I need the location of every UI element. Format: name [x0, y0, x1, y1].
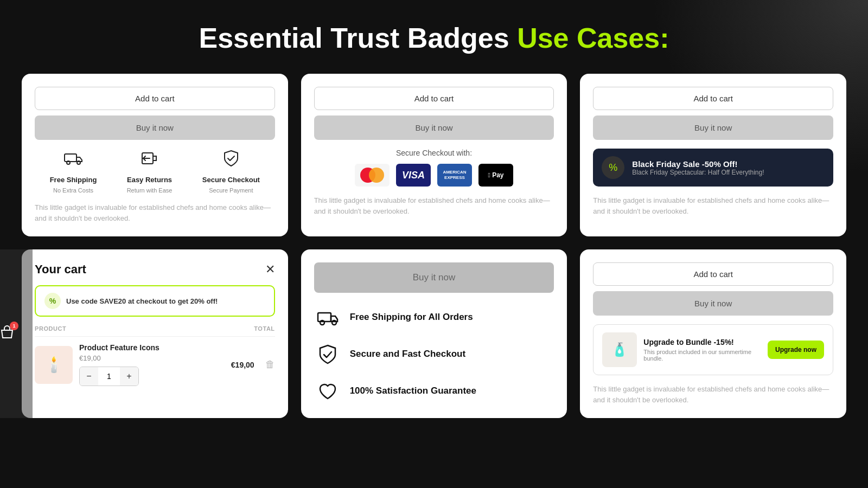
- cart-item-delete-button[interactable]: 🗑: [265, 359, 275, 370]
- card-trust-badges: Add to cart Buy it now Free Shipping No …: [22, 74, 288, 236]
- shield-icon: [317, 343, 339, 365]
- bundle-subtitle: This product included in our summertime …: [643, 349, 761, 362]
- bundle-banner: 🧴 Upgrade to Bundle -15%! This product i…: [593, 324, 833, 375]
- buy-it-now-button-3[interactable]: Buy it now: [593, 115, 833, 140]
- bundle-title: Upgrade to Bundle -15%!: [643, 338, 761, 346]
- promo-banner: % Use code SAVE20 at checkout to get 20%…: [35, 285, 275, 317]
- cart-item-total: €19,00: [231, 361, 254, 369]
- qty-value: 1: [98, 372, 120, 381]
- payment-icons-row: VISA AMERICANEXPRESS  Pay: [314, 164, 554, 187]
- cart-badge: 1: [10, 322, 18, 330]
- bundle-info: Upgrade to Bundle -15%! This product inc…: [643, 338, 761, 362]
- percent-icon: %: [602, 156, 624, 179]
- applepay-icon:  Pay: [478, 164, 513, 187]
- shipping-truck-icon: [317, 306, 339, 328]
- feature-satisfaction-label: 100% Satisfaction Guarantee: [350, 386, 476, 396]
- badge-easy-returns: Easy Returns Return with Ease: [127, 149, 173, 194]
- cards-grid: Add to cart Buy it now Free Shipping No …: [22, 74, 846, 418]
- svg-point-6: [320, 320, 324, 325]
- qty-decrease-button[interactable]: −: [80, 367, 98, 386]
- visa-icon: VISA: [396, 164, 431, 187]
- mastercard-icon: [355, 164, 390, 187]
- card3-description: This little gadget is invaluable for est…: [593, 195, 833, 216]
- col-product: PRODUCT: [35, 325, 66, 332]
- return-icon: [140, 149, 159, 172]
- add-to-cart-button-1[interactable]: Add to cart: [35, 87, 275, 110]
- cart-item-image: 🕯️: [35, 346, 73, 384]
- black-friday-title: Black Friday Sale -50% Off!: [632, 159, 764, 169]
- card6-description: This little gadget is invaluable for est…: [593, 384, 833, 405]
- card-black-friday: Add to cart Buy it now % Black Friday Sa…: [580, 74, 846, 236]
- cart-close-button[interactable]: ✕: [265, 262, 275, 277]
- shipping-icon-wrap: [314, 304, 341, 331]
- feature-row-shipping: Free Shipping for All Orders: [314, 304, 554, 331]
- svg-point-7: [332, 320, 336, 325]
- heart-icon: [317, 380, 339, 402]
- secure-icon-wrap: [314, 341, 341, 368]
- card-cart: 1 Your cart ✕ % Use code SAVE20 at check…: [22, 249, 288, 418]
- svg-point-2: [77, 161, 80, 164]
- black-friday-subtitle: Black Friday Spectacular: Half Off Every…: [632, 169, 764, 176]
- feature-list: Free Shipping for All Orders Secure and …: [314, 304, 554, 404]
- svg-rect-0: [65, 154, 76, 162]
- card-bundle: Add to cart Buy it now 🧴 Upgrade to Bund…: [580, 249, 846, 418]
- badge-free-shipping: Free Shipping No Extra Costs: [50, 149, 97, 194]
- buy-it-now-button-1[interactable]: Buy it now: [35, 115, 275, 140]
- upgrade-now-button[interactable]: Upgrade now: [768, 341, 824, 359]
- bundle-image: 🧴: [602, 332, 637, 367]
- heart-icon-wrap: [314, 377, 341, 404]
- col-total: TOTAL: [254, 325, 275, 332]
- buy-it-now-button-2[interactable]: Buy it now: [314, 115, 554, 140]
- feature-row-satisfaction: 100% Satisfaction Guarantee: [314, 377, 554, 404]
- truck-icon: [63, 149, 83, 172]
- svg-point-1: [67, 161, 70, 164]
- add-to-cart-button-6[interactable]: Add to cart: [593, 262, 833, 286]
- cart-item-name: Product Feature Icons: [79, 343, 225, 352]
- page-background: Essential Trust Badges Use Cases: Add to…: [0, 0, 868, 440]
- add-to-cart-button-2[interactable]: Add to cart: [314, 87, 554, 110]
- promo-text: Use code SAVE20 at checkout to get 20% o…: [66, 297, 218, 305]
- page-title: Essential Trust Badges Use Cases:: [22, 22, 846, 54]
- shield-check-icon: [221, 149, 241, 172]
- cart-title: Your cart: [35, 262, 86, 277]
- card2-description: This little gadget is invaluable for est…: [314, 195, 554, 216]
- cart-item-info: Product Feature Icons €19,00 − 1 +: [79, 343, 225, 386]
- badge-secure-checkout: Secure Checkout Secure Payment: [202, 149, 260, 194]
- feature-row-secure: Secure and Fast Checkout: [314, 341, 554, 368]
- add-to-cart-button-3[interactable]: Add to cart: [593, 87, 833, 110]
- feature-shipping-label: Free Shipping for All Orders: [350, 312, 473, 323]
- card-payment-icons: Add to cart Buy it now Secure Checkout w…: [301, 74, 567, 236]
- secure-checkout-label: Secure Checkout with:: [314, 149, 554, 157]
- card1-description: This little gadget is invaluable for est…: [35, 202, 275, 223]
- amex-icon: AMERICANEXPRESS: [437, 164, 472, 187]
- buy-it-now-button-5[interactable]: Buy it now: [314, 262, 554, 293]
- svg-rect-5: [318, 313, 331, 322]
- buy-it-now-button-6[interactable]: Buy it now: [593, 291, 833, 316]
- cart-table-header: PRODUCT TOTAL: [35, 325, 275, 337]
- feature-secure-label: Secure and Fast Checkout: [350, 349, 466, 359]
- qty-control: − 1 +: [79, 367, 139, 386]
- black-friday-banner: % Black Friday Sale -50% Off! Black Frid…: [593, 149, 833, 187]
- cart-item: 🕯️ Product Feature Icons €19,00 − 1 + €1…: [35, 343, 275, 386]
- cart-item-price-small: €19,00: [79, 354, 225, 362]
- cart-nav: 1: [0, 325, 15, 343]
- trust-badges-row: Free Shipping No Extra Costs Easy Return…: [35, 149, 275, 194]
- cart-content: Your cart ✕ % Use code SAVE20 at checkou…: [35, 262, 275, 386]
- card-features: Buy it now Free Shipping for All Orders: [301, 249, 567, 418]
- qty-increase-button[interactable]: +: [120, 367, 138, 386]
- black-friday-text: Black Friday Sale -50% Off! Black Friday…: [632, 159, 764, 176]
- cart-bag-icon-wrap: 1: [0, 325, 15, 343]
- cart-header: Your cart ✕: [35, 262, 275, 277]
- promo-percent-icon: %: [44, 293, 61, 309]
